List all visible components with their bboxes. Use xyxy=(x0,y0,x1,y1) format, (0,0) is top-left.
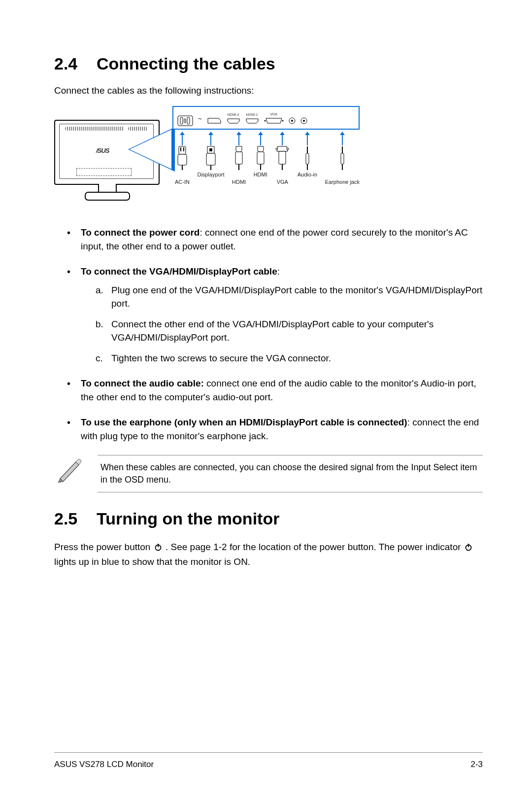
svg-rect-31 xyxy=(341,153,344,164)
note-text: When these cables are connected, you can… xyxy=(98,455,483,492)
substep-a: a.Plug one end of the VGA/HDMI/DisplayPo… xyxy=(96,283,483,311)
section-2-5-number: 2.5 xyxy=(54,509,97,528)
svg-rect-30 xyxy=(342,146,343,153)
svg-point-4 xyxy=(264,120,266,122)
video-substeps: a.Plug one end of the VGA/HDMI/DisplayPo… xyxy=(96,283,483,365)
bullet-earphone: To use the earphone (only when an HDMI/D… xyxy=(67,416,483,443)
svg-rect-27 xyxy=(307,146,308,153)
cable-diagram: /SUS ~ HDMI-2 xyxy=(54,105,360,211)
bullet-audio: To connect the audio cable: connect one … xyxy=(67,377,483,404)
brand-logo: /SUS xyxy=(96,147,109,154)
bullet-power: To connect the power cord: connect one e… xyxy=(67,226,483,253)
port-hdmi1: HDMI-1 xyxy=(245,113,259,124)
plug-vga: VGA xyxy=(275,135,290,185)
section-2-4-number: 2.4 xyxy=(54,54,97,73)
port-vga: VGA xyxy=(264,112,284,124)
plug-hdmi-a: HDMI xyxy=(232,135,246,185)
section-2-5-heading: 2.5Turning on the monitor xyxy=(54,509,483,528)
plug-audio: Audio-in xyxy=(298,135,317,185)
port-hdmi2: HDMI-2 xyxy=(227,113,240,124)
svg-rect-28 xyxy=(306,153,309,164)
port-audio-in xyxy=(289,112,296,124)
svg-point-7 xyxy=(291,120,293,122)
port-earphone xyxy=(300,112,307,124)
svg-point-24 xyxy=(287,148,289,150)
plug-hdmi-b: HDMI xyxy=(254,135,267,185)
port-panel: ~ HDMI-2 HDMI-1 VGA xyxy=(172,106,360,130)
cable-plugs: AC-IN Displayport HDMI HDMI VGA xyxy=(175,135,360,185)
svg-rect-16 xyxy=(209,148,212,151)
svg-rect-12 xyxy=(183,147,184,151)
svg-point-9 xyxy=(303,120,305,122)
plug-ac: AC-IN xyxy=(175,135,190,185)
svg-rect-21 xyxy=(257,152,264,164)
plug-earphone: Earphone jack xyxy=(325,135,360,185)
footer-page-number: 2-3 xyxy=(470,760,483,769)
port-ac xyxy=(177,110,193,126)
section-2-5-body: Press the power button . See page 1-2 fo… xyxy=(54,540,483,569)
svg-point-23 xyxy=(276,148,278,150)
svg-rect-11 xyxy=(180,147,181,151)
instruction-list: To connect the power cord: connect one e… xyxy=(67,226,483,443)
note-pencil-icon xyxy=(54,455,84,487)
port-dp xyxy=(207,112,222,124)
substep-b: b.Connect the other end of the VGA/HDMI/… xyxy=(96,317,483,345)
plug-dp: Displayport xyxy=(197,135,224,185)
svg-point-5 xyxy=(282,120,283,122)
svg-rect-10 xyxy=(179,146,186,154)
svg-rect-17 xyxy=(206,153,215,165)
section-2-4-title: Connecting the cables xyxy=(97,54,275,73)
callout-triangle xyxy=(128,127,175,172)
section-2-4-heading: 2.4Connecting the cables xyxy=(54,54,483,73)
section-2-5-title: Turning on the monitor xyxy=(97,509,279,528)
manual-page: 2.4Connecting the cables Connect the cab… xyxy=(0,0,532,802)
bullet-video: To connect the VGA/HDMI/DisplayPort cabl… xyxy=(67,265,483,365)
svg-rect-19 xyxy=(235,152,242,164)
note-block: When these cables are connected, you can… xyxy=(54,455,483,492)
power-icon xyxy=(154,541,162,556)
page-footer: ASUS VS278 LCD Monitor 2-3 xyxy=(54,752,483,769)
substep-c: c.Tighten the two screws to secure the V… xyxy=(96,351,483,365)
power-icon xyxy=(465,541,472,556)
section-2-4-intro: Connect the cables as the following inst… xyxy=(54,85,483,96)
svg-rect-13 xyxy=(178,154,187,165)
svg-rect-25 xyxy=(279,151,286,164)
footer-product: ASUS VS278 LCD Monitor xyxy=(54,760,154,769)
